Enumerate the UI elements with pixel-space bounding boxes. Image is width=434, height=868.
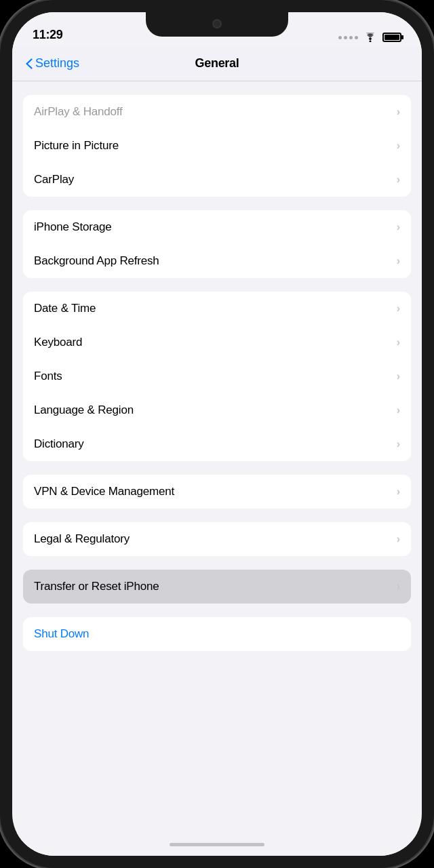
nav-title: General — [195, 56, 239, 71]
back-label: Settings — [35, 56, 79, 71]
settings-group-vpn: VPN & Device Management › — [23, 475, 411, 509]
svg-point-0 — [370, 41, 372, 43]
section-legal: Legal & Regulatory › — [23, 522, 411, 556]
transfer-reset-label: Transfer or Reset iPhone — [34, 580, 159, 593]
section-shutdown: Shut Down — [23, 617, 411, 651]
list-item[interactable]: AirPlay & Handoff › — [23, 95, 411, 129]
list-item[interactable]: Fonts › — [23, 359, 411, 393]
list-item[interactable]: CarPlay › — [23, 163, 411, 197]
chevron-icon: › — [397, 174, 400, 186]
back-button[interactable]: Settings — [26, 56, 79, 71]
phone-frame: 11:29 — [0, 0, 434, 868]
vpn-label: VPN & Device Management — [34, 485, 174, 498]
battery-icon — [382, 33, 401, 42]
home-bar — [170, 843, 264, 846]
chevron-icon: › — [397, 255, 400, 267]
keyboard-label: Keyboard — [34, 336, 82, 349]
chevron-icon: › — [397, 486, 400, 498]
list-item[interactable]: Keyboard › — [23, 326, 411, 359]
transfer-reset-item[interactable]: Transfer or Reset iPhone › — [23, 570, 411, 604]
chevron-icon: › — [397, 140, 400, 152]
screen: 11:29 — [12, 12, 422, 856]
chevron-icon: › — [397, 404, 400, 416]
chevron-icon: › — [397, 302, 400, 315]
scroll-content[interactable]: AirPlay & Handoff › Picture in Picture ›… — [12, 81, 422, 833]
section-transfer: Transfer or Reset iPhone › — [23, 570, 411, 604]
list-item[interactable]: Picture in Picture › — [23, 129, 411, 163]
chevron-icon: › — [397, 438, 400, 450]
settings-group-legal: Legal & Regulatory › — [23, 522, 411, 556]
camera-dot — [212, 19, 222, 28]
list-item[interactable]: Legal & Regulatory › — [23, 522, 411, 556]
settings-group-storage: iPhone Storage › Background App Refresh … — [23, 210, 411, 278]
dictionary-label: Dictionary — [34, 437, 84, 451]
iphone-storage-label: iPhone Storage — [34, 220, 111, 234]
status-icons — [338, 33, 401, 42]
list-item[interactable]: VPN & Device Management › — [23, 475, 411, 509]
signal-icon — [338, 36, 358, 39]
nav-bar: Settings General — [12, 46, 422, 81]
section-airplay: AirPlay & Handoff › Picture in Picture ›… — [23, 95, 411, 197]
list-item[interactable]: Dictionary › — [23, 427, 411, 461]
bg-refresh-label: Background App Refresh — [34, 254, 159, 268]
settings-group-locale: Date & Time › Keyboard › Fonts › Languag… — [23, 292, 411, 461]
shut-down-item[interactable]: Shut Down — [23, 617, 411, 651]
shut-down-label: Shut Down — [34, 627, 89, 641]
carplay-label: CarPlay — [34, 173, 74, 186]
home-indicator — [12, 833, 422, 856]
notch — [146, 12, 288, 37]
list-item[interactable]: Language & Region › — [23, 393, 411, 427]
section-vpn: VPN & Device Management › — [23, 475, 411, 509]
list-item[interactable]: iPhone Storage › — [23, 210, 411, 244]
settings-group-shutdown: Shut Down — [23, 617, 411, 651]
legal-label: Legal & Regulatory — [34, 532, 130, 546]
list-item[interactable]: Background App Refresh › — [23, 244, 411, 278]
fonts-label: Fonts — [34, 370, 62, 383]
settings-group-airplay: AirPlay & Handoff › Picture in Picture ›… — [23, 95, 411, 197]
pip-label: Picture in Picture — [34, 139, 119, 153]
date-time-label: Date & Time — [34, 302, 96, 315]
airplay-label: AirPlay & Handoff — [34, 105, 122, 119]
chevron-icon: › — [397, 106, 400, 118]
chevron-icon: › — [397, 221, 400, 233]
settings-group-transfer: Transfer or Reset iPhone › — [23, 570, 411, 604]
section-storage: iPhone Storage › Background App Refresh … — [23, 210, 411, 278]
section-locale: Date & Time › Keyboard › Fonts › Languag… — [23, 292, 411, 461]
chevron-icon: › — [397, 580, 400, 593]
chevron-icon: › — [397, 336, 400, 349]
chevron-icon: › — [397, 533, 400, 545]
chevron-icon: › — [397, 370, 400, 382]
wifi-icon — [363, 33, 377, 42]
status-time: 11:29 — [33, 28, 63, 42]
language-region-label: Language & Region — [34, 403, 134, 417]
list-item[interactable]: Date & Time › — [23, 292, 411, 326]
